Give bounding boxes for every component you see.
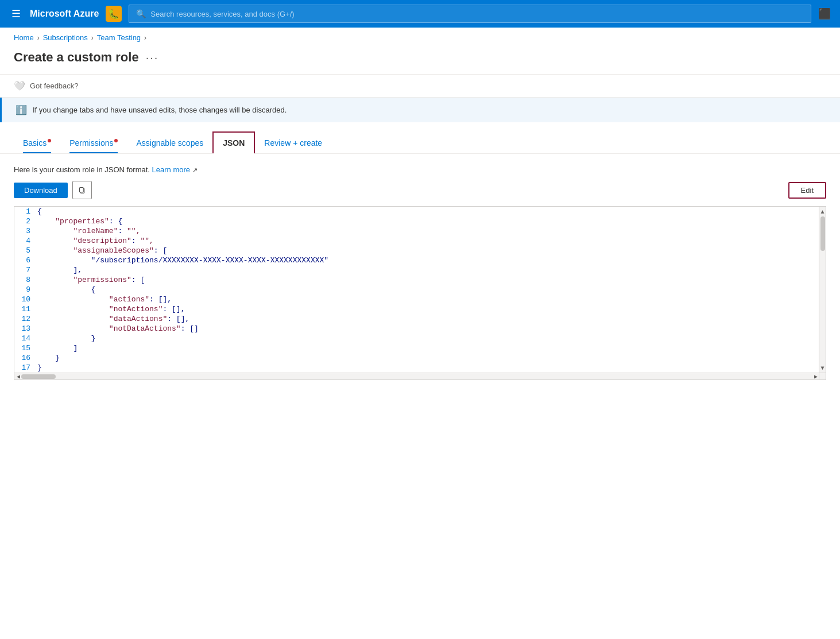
line-number: 10 [14,295,37,304]
hamburger-menu[interactable]: ☰ [9,5,23,22]
svg-rect-1 [79,188,83,192]
table-row: 4 "description": "", [14,236,819,246]
bug-icon[interactable]: 🐛 [106,6,122,22]
action-left: Download [14,181,92,199]
heart-icon: 🤍 [14,80,25,91]
page-header: Create a custom role ··· [0,48,840,75]
code-line: "actions": [], [37,295,819,304]
search-bar: 🔍 [129,5,811,23]
scrollbar-vertical[interactable]: ▲ ▼ [819,207,826,373]
basics-dot [48,139,51,142]
copy-button[interactable] [72,181,92,199]
breadcrumb-sep-2: › [91,34,94,42]
code-editor: 1{2 "properties": {3 "roleName": "",4 "d… [14,206,826,380]
code-line: { [37,207,819,216]
line-number: 2 [14,216,37,226]
editor-body: 1{2 "properties": {3 "roleName": "",4 "d… [14,207,819,373]
table-row: 17} [14,363,819,373]
table-row: 7 ], [14,265,819,275]
tab-review-create[interactable]: Review + create [255,133,331,153]
table-row: 9 { [14,285,819,295]
scroll-thumb-v[interactable] [820,216,825,251]
breadcrumb: Home › Subscriptions › Team Testing › [0,28,840,48]
scroll-left-arrow[interactable]: ◀ [16,372,21,381]
tabs-container: Basics Permissions Assignable scopes JSO… [0,131,840,154]
external-link-icon: ↗ [192,166,198,173]
code-line: "roleName": "", [37,226,819,236]
search-icon: 🔍 [136,9,146,18]
feedback-text[interactable]: Got feedback? [30,82,79,90]
line-number: 11 [14,304,37,314]
code-line: "dataActions": [], [37,314,819,324]
page-title: Create a custom role [14,50,139,65]
code-line: "notActions": [], [37,304,819,314]
line-number: 15 [14,343,37,353]
line-number: 17 [14,363,37,373]
code-line: { [37,285,819,295]
tab-assignable-scopes[interactable]: Assignable scopes [127,133,212,153]
table-row: 11 "notActions": [], [14,304,819,314]
download-button[interactable]: Download [14,183,68,198]
edit-button[interactable]: Edit [788,182,826,199]
table-row: 13 "notDataActions": [] [14,324,819,334]
tab-basics[interactable]: Basics [14,133,60,153]
line-number: 16 [14,353,37,363]
table-row: 2 "properties": { [14,216,819,226]
scroll-corner [819,373,826,379]
scroll-up-arrow[interactable]: ▲ [819,208,825,216]
json-description: Here is your custom role in JSON format.… [14,165,826,174]
editor-wrapper: 1{2 "properties": {3 "roleName": "",4 "d… [14,207,826,373]
info-icon: ℹ️ [16,104,27,115]
table-row: 15 ] [14,343,819,353]
code-line: ] [37,343,819,353]
breadcrumb-sep-1: › [37,34,40,42]
table-row: 8 "permissions": [ [14,275,819,285]
learn-more-link[interactable]: Learn more [152,165,190,174]
line-number: 7 [14,265,37,275]
line-number: 12 [14,314,37,324]
table-row: 6 "/subscriptions/XXXXXXXX-XXXX-XXXX-XXX… [14,255,819,265]
table-row: 12 "dataActions": [], [14,314,819,324]
tab-json[interactable]: JSON [212,131,255,153]
scroll-right-arrow[interactable]: ▶ [813,372,819,381]
table-row: 1{ [14,207,819,216]
top-navbar: ☰ Microsoft Azure 🐛 🔍 ⬛ [0,0,840,28]
more-options-button[interactable]: ··· [146,51,159,64]
breadcrumb-subscriptions[interactable]: Subscriptions [43,33,88,42]
breadcrumb-home[interactable]: Home [14,33,34,42]
feedback-bar: 🤍 Got feedback? [0,75,840,98]
breadcrumb-sep-3: › [144,34,146,42]
table-row: 16 } [14,353,819,363]
code-line: } [37,353,819,363]
line-number: 3 [14,226,37,236]
action-buttons: Download Edit [14,181,826,199]
code-line: "notDataActions": [] [37,324,819,334]
app-title: Microsoft Azure [30,9,99,19]
permissions-dot [114,139,118,142]
scroll-thumb-h[interactable] [21,374,56,379]
tab-underline-basics [23,152,51,153]
breadcrumb-team-testing[interactable]: Team Testing [97,33,141,42]
tab-permissions[interactable]: Permissions [60,133,127,153]
table-row: 3 "roleName": "", [14,226,819,236]
line-number: 9 [14,285,37,295]
info-banner-text: If you change tabs and have unsaved edit… [33,106,287,114]
editor-bottom: ◀ ▶ [14,373,826,379]
scroll-down-arrow[interactable]: ▼ [819,364,825,373]
table-row: 10 "actions": [], [14,295,819,304]
line-number: 8 [14,275,37,285]
table-row: 5 "assignableScopes": [ [14,246,819,255]
code-line: } [37,334,819,343]
tab-underline-permissions [69,152,118,153]
line-number: 4 [14,236,37,246]
code-line: ], [37,265,819,275]
line-number: 6 [14,255,37,265]
search-input[interactable] [150,10,804,18]
terminal-icon[interactable]: ⬛ [818,7,831,20]
line-number: 5 [14,246,37,255]
main-content: Home › Subscriptions › Team Testing › Cr… [0,28,840,639]
scrollbar-horizontal[interactable]: ◀ ▶ [14,373,819,379]
code-line: } [37,363,819,373]
code-table: 1{2 "properties": {3 "roleName": "",4 "d… [14,207,819,373]
code-line: "properties": { [37,216,819,226]
